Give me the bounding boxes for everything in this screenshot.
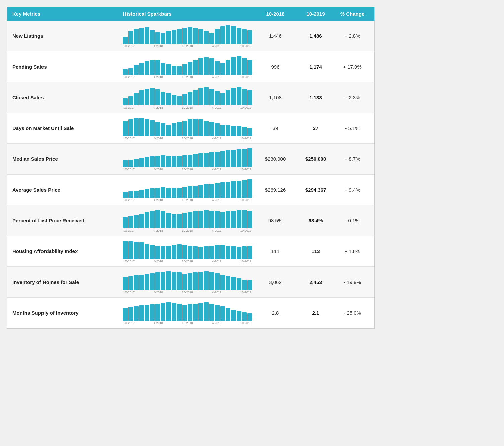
sparkbar (188, 246, 192, 259)
sparkbar (139, 214, 144, 228)
sparkbar-label: 10-2017 (123, 229, 135, 232)
value-2018: 39 (255, 125, 296, 131)
sparkbar-label: 10-2018 (182, 137, 193, 140)
sparkbar (161, 155, 165, 167)
sparkbar (215, 273, 220, 290)
sparkbar (188, 155, 192, 167)
sparkbar (139, 242, 144, 259)
sparkbar (166, 125, 171, 136)
header-sparkbar: Historical Sparkbars (119, 11, 255, 17)
sparkbar-label: 10-2019 (240, 137, 251, 140)
sparkbar (177, 304, 182, 321)
sparkbar (231, 181, 236, 198)
sparkbar (182, 213, 187, 228)
sparkbar (231, 88, 236, 105)
metric-name: Average Sales Price (12, 187, 119, 193)
sparkbar (188, 119, 192, 136)
sparkbar (231, 246, 236, 259)
sparkbar (226, 150, 230, 167)
sparkbar (128, 216, 133, 228)
sparkbar (215, 29, 220, 44)
sparkbar-cell: 10-20174-201810-20184-201910-2019 (119, 147, 255, 171)
sparkbar-label: 10-2017 (123, 137, 135, 140)
header-change: % Change (336, 11, 369, 17)
sparkbar (134, 242, 138, 259)
table-row: Median Sales Price10-20174-201810-20184-… (7, 144, 374, 175)
sparkbar (188, 273, 192, 290)
sparkbar-chart (123, 179, 252, 198)
value-2018: 3,062 (255, 279, 296, 285)
sparkbar (172, 95, 176, 105)
sparkbar (155, 210, 160, 228)
header-2019: 10-2019 (296, 11, 336, 17)
sparkbar (150, 88, 155, 105)
sparkbar (188, 27, 192, 44)
sparkbar (172, 245, 176, 259)
sparkbar (226, 276, 230, 290)
value-2019: 1,174 (296, 64, 336, 70)
sparkbar-chart (123, 25, 252, 44)
sparkbar (155, 32, 160, 44)
sparkbar (204, 184, 209, 198)
sparkbar (150, 304, 155, 321)
sparkbar (123, 308, 128, 321)
sparkbar (193, 28, 198, 44)
sparkbar (188, 62, 192, 75)
sparkbar (215, 91, 220, 105)
sparkbar (145, 305, 149, 321)
sparkbar (237, 126, 241, 136)
value-2018: 2.8 (255, 310, 296, 316)
sparkbar (139, 305, 144, 321)
value-2019: 2.1 (296, 310, 336, 316)
sparkbar (237, 311, 241, 321)
sparkbar (231, 310, 236, 321)
sparkbar (123, 217, 128, 228)
percent-change: + 2.8% (336, 33, 369, 39)
value-2019: 113 (296, 248, 336, 254)
sparkbar-labels: 10-20174-201810-20184-201910-2019 (123, 44, 252, 48)
sparkbar (188, 304, 192, 321)
sparkbar (134, 191, 138, 198)
sparkbar-label: 4-2018 (154, 260, 163, 263)
sparkbar-label: 4-2019 (212, 198, 221, 202)
table-row: Months Supply of Inventory10-20174-20181… (7, 298, 374, 328)
percent-change: + 8.7% (336, 156, 369, 162)
sparkbar (182, 245, 187, 259)
sparkbar (247, 211, 252, 228)
sparkbar-chart (123, 271, 252, 290)
sparkbar (204, 57, 209, 75)
sparkbar-label: 10-2017 (123, 291, 135, 294)
sparkbar (204, 210, 209, 228)
sparkbar (128, 191, 133, 198)
sparkbar (198, 272, 203, 290)
table-row: New Listings10-20174-201810-20184-201910… (7, 21, 374, 51)
sparkbar (215, 305, 220, 321)
sparkbar-labels: 10-20174-201810-20184-201910-2019 (123, 137, 252, 140)
sparkbar (128, 160, 133, 167)
table-row: Closed Sales10-20174-201810-20184-201910… (7, 82, 374, 113)
sparkbar-label: 10-2018 (182, 106, 193, 109)
sparkbar (128, 119, 133, 136)
sparkbar (155, 60, 160, 75)
sparkbar-label: 4-2019 (212, 75, 221, 79)
sparkbar (193, 119, 198, 136)
sparkbar (123, 37, 128, 44)
sparkbar-label: 4-2019 (212, 229, 221, 232)
sparkbar-label: 4-2018 (154, 229, 163, 232)
sparkbar (193, 272, 198, 290)
sparkbar (193, 154, 198, 167)
sparkbar (220, 151, 225, 167)
sparkbar (193, 211, 198, 228)
sparkbar-label: 4-2018 (154, 75, 163, 79)
sparkbar (220, 275, 225, 290)
sparkbar (172, 30, 176, 44)
sparkbar (150, 60, 155, 75)
sparkbar (193, 304, 198, 321)
sparkbar (134, 65, 138, 75)
sparkbar-chart (123, 302, 252, 321)
value-2018: 98.5% (255, 218, 296, 223)
sparkbar (209, 304, 214, 321)
sparkbar-label: 10-2019 (240, 75, 251, 79)
value-2018: 111 (255, 248, 296, 254)
sparkbar (215, 245, 220, 259)
